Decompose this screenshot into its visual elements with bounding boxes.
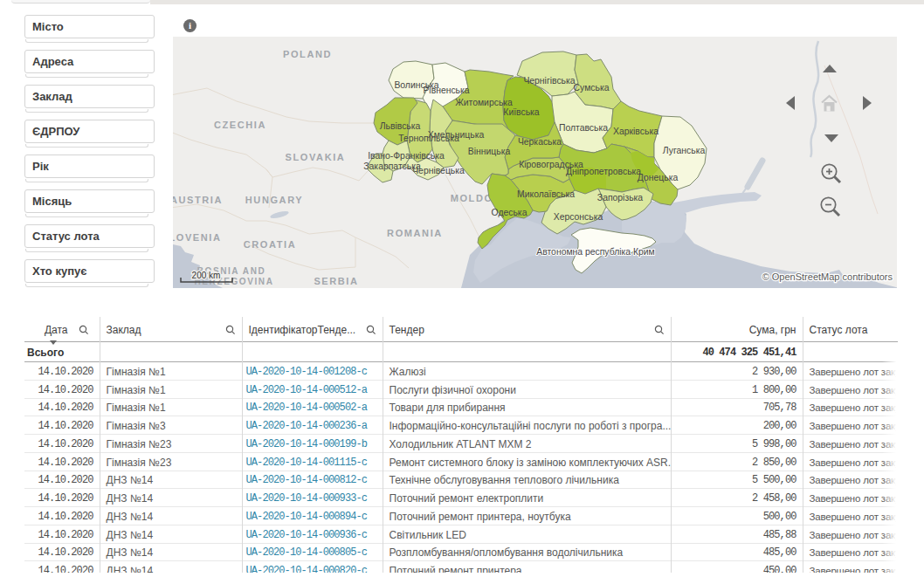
- svg-text:Полтавська: Полтавська: [559, 123, 608, 133]
- svg-text:Одеська: Одеська: [492, 208, 528, 217]
- svg-text:SERBIA: SERBIA: [314, 276, 358, 286]
- svg-text:Чернівецька: Чернівецька: [412, 166, 465, 175]
- svg-text:POLAND: POLAND: [283, 49, 332, 59]
- svg-text:Рівненська: Рівненська: [423, 86, 469, 95]
- svg-text:Вінницька: Вінницька: [468, 147, 511, 156]
- svg-text:Херсонська: Херсонська: [554, 212, 603, 222]
- svg-text:Київська: Київська: [503, 107, 540, 117]
- svg-text:Автономна республіка Крим: Автономна республіка Крим: [536, 247, 654, 257]
- svg-text:SLOVAKIA: SLOVAKIA: [286, 152, 346, 162]
- svg-text:ROMANIA: ROMANIA: [387, 228, 443, 238]
- svg-text:© OpenStreetMap contributors: © OpenStreetMap contributors: [762, 271, 893, 282]
- svg-text:Чернігівська: Чернігівська: [523, 76, 575, 86]
- svg-text:Львівська: Львівська: [380, 121, 421, 131]
- svg-text:HUNGARY: HUNGARY: [245, 195, 303, 205]
- svg-text:SLOVENIA: SLOVENIA: [173, 232, 222, 243]
- svg-text:200 km: 200 km: [192, 271, 221, 280]
- svg-text:Сумська: Сумська: [574, 83, 610, 93]
- svg-text:CROATIA: CROATIA: [244, 239, 297, 250]
- svg-text:Миколаївська: Миколаївська: [517, 189, 575, 199]
- svg-text:Луганська: Луганська: [663, 146, 706, 155]
- svg-text:Харківська: Харківська: [613, 127, 659, 136]
- svg-text:Івано-Франківська: Івано-Франківська: [368, 151, 445, 161]
- svg-text:Кіровоградська: Кіровоградська: [519, 160, 583, 169]
- svg-text:Запорізька: Запорізька: [597, 193, 643, 203]
- svg-text:Тернопільська: Тернопільська: [398, 134, 459, 143]
- svg-text:Донецька: Донецька: [638, 173, 679, 182]
- svg-text:Черкаська: Черкаська: [518, 137, 562, 147]
- svg-text:Житомирська: Житомирська: [455, 98, 513, 107]
- svg-text:CZECHIA: CZECHIA: [214, 120, 266, 130]
- svg-text:AUSTRIA: AUSTRIA: [173, 195, 223, 205]
